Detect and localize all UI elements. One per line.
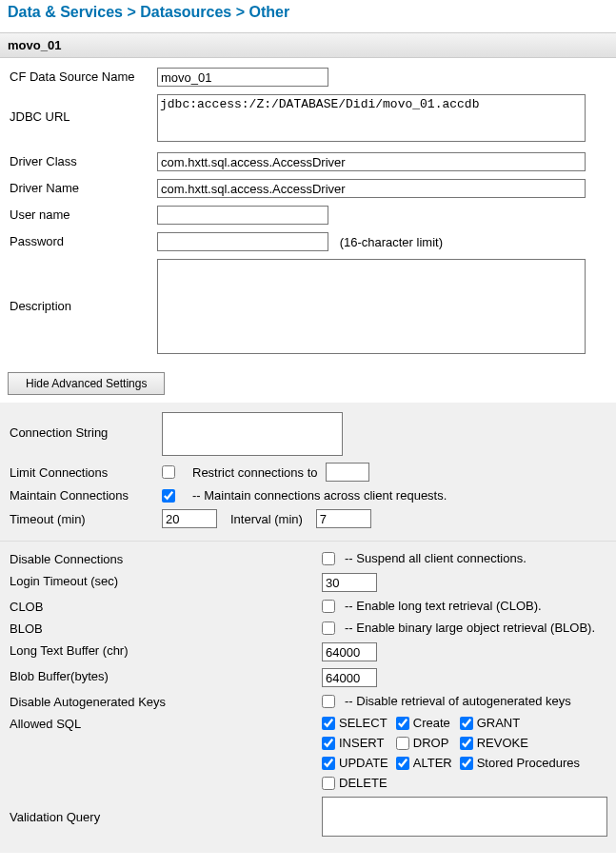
clob-checkbox[interactable] — [322, 600, 335, 613]
basic-settings: CF Data Source Name JDBC URL Driver Clas… — [0, 58, 616, 370]
advanced-settings-2: Disable Connections -- Suspend all clien… — [0, 542, 616, 853]
sql-delete-checkbox[interactable] — [322, 777, 335, 790]
disablekeys-checkbox[interactable] — [322, 695, 335, 708]
timeout-label: Timeout (min) — [10, 512, 162, 526]
maintain-label: Maintain Connections — [10, 488, 162, 503]
password-input[interactable] — [157, 232, 328, 251]
sql-update-checkbox[interactable] — [322, 757, 335, 770]
hide-advanced-button[interactable]: Hide Advanced Settings — [8, 372, 165, 395]
username-input[interactable] — [157, 206, 328, 225]
longtext-input[interactable] — [322, 642, 377, 661]
drivername-input[interactable] — [157, 179, 586, 198]
timeout-input[interactable] — [162, 509, 217, 528]
allowed-sql-grid: SELECT Create GRANT INSERT DROP REVOKE U… — [322, 716, 580, 790]
driverclass-label: Driver Class — [10, 152, 157, 168]
blob-checkbox[interactable] — [322, 621, 335, 635]
dsname-label: CF Data Source Name — [10, 68, 157, 84]
sql-revoke-label: REVOKE — [477, 736, 528, 750]
sql-alter-checkbox[interactable] — [396, 757, 409, 770]
allowedsql-label: Allowed SQL — [10, 716, 322, 731]
jdbc-input[interactable] — [157, 94, 586, 142]
breadcrumb: Data & Services > Datasources > Other — [0, 0, 616, 32]
maintain-hint: -- Maintain connections across client re… — [192, 488, 447, 503]
logintimeout-input[interactable] — [322, 573, 377, 592]
limitconn-checkbox[interactable] — [162, 465, 175, 479]
sql-insert-checkbox[interactable] — [322, 737, 335, 750]
sql-drop-checkbox[interactable] — [396, 737, 409, 750]
disableconn-label: Disable Connections — [10, 551, 322, 566]
description-input[interactable] — [157, 259, 586, 354]
disablekeys-label: Disable Autogenerated Keys — [10, 694, 322, 709]
advanced-settings-1: Connection String Limit Connections Rest… — [0, 403, 616, 542]
blob-hint: -- Enable binary large object retrieval … — [345, 621, 595, 635]
sql-revoke-checkbox[interactable] — [460, 737, 473, 750]
sql-create-checkbox[interactable] — [396, 717, 409, 730]
drivername-label: Driver Name — [10, 179, 157, 195]
dsname-input[interactable] — [157, 68, 328, 87]
sql-delete-label: DELETE — [339, 776, 387, 790]
password-label: Password — [10, 232, 157, 248]
disablekeys-hint: -- Disable retrieval of autogenerated ke… — [345, 694, 571, 708]
logintimeout-label: Login Timeout (sec) — [10, 573, 322, 588]
sql-sp-checkbox[interactable] — [460, 757, 473, 770]
blobbuf-input[interactable] — [322, 668, 377, 687]
sql-drop-label: DROP — [413, 736, 449, 750]
blob-label: BLOB — [10, 621, 322, 636]
disableconn-checkbox[interactable] — [322, 552, 335, 565]
validation-label: Validation Query — [10, 809, 322, 824]
longtext-label: Long Text Buffer (chr) — [10, 642, 322, 658]
sql-grant-checkbox[interactable] — [460, 717, 473, 730]
interval-label: Interval (min) — [230, 512, 303, 526]
blobbuf-label: Blob Buffer(bytes) — [10, 668, 322, 683]
disableconn-hint: -- Suspend all client connections. — [345, 551, 527, 565]
sql-create-label: Create — [413, 716, 450, 730]
clob-label: CLOB — [10, 599, 322, 614]
sql-grant-label: GRANT — [477, 716, 521, 730]
sql-sp-label: Stored Procedures — [477, 756, 580, 770]
limitconn-label: Limit Connections — [10, 465, 162, 480]
sql-select-checkbox[interactable] — [322, 717, 335, 730]
maintain-checkbox[interactable] — [162, 489, 175, 503]
interval-input[interactable] — [316, 509, 371, 528]
sql-insert-label: INSERT — [339, 736, 384, 750]
driverclass-input[interactable] — [157, 152, 586, 171]
sql-update-label: UPDATE — [339, 756, 388, 770]
sql-select-label: SELECT — [339, 716, 387, 730]
description-label: Description — [10, 259, 157, 313]
section-header: movo_01 — [0, 32, 616, 58]
connstring-input[interactable] — [162, 412, 343, 456]
password-hint: (16-character limit) — [340, 235, 443, 249]
validation-input[interactable] — [322, 797, 607, 837]
limitconn-hint: Restrict connections to — [192, 465, 318, 480]
connstring-label: Connection String — [10, 412, 162, 440]
sql-alter-label: ALTER — [413, 756, 452, 770]
clob-hint: -- Enable long text retrieval (CLOB). — [345, 599, 542, 613]
limitconn-input[interactable] — [326, 463, 369, 482]
jdbc-label: JDBC URL — [10, 94, 157, 124]
username-label: User name — [10, 206, 157, 222]
